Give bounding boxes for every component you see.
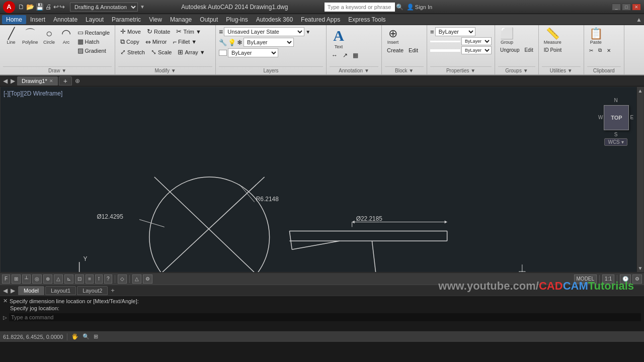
- menu-home[interactable]: Home: [2, 15, 26, 24]
- block-expand-icon[interactable]: ▼: [409, 68, 414, 73]
- ungroup-button[interactable]: Ungroup: [498, 47, 521, 53]
- menu-featured-apps[interactable]: Featured Apps: [297, 15, 344, 24]
- tab-close-drawing1[interactable]: ✕: [49, 78, 53, 83]
- draw-hatch-button[interactable]: ▦ Hatch: [75, 37, 112, 46]
- annotation-scale-button[interactable]: △: [132, 275, 141, 284]
- viewport-label[interactable]: [-][Top][2D Wireframe]: [4, 90, 62, 97]
- minimize-button[interactable]: _: [612, 4, 621, 11]
- paste-button[interactable]: 📋 Paste: [587, 27, 605, 46]
- menu-plugins[interactable]: Plug-ins: [222, 15, 252, 24]
- document-tab-new[interactable]: +: [59, 76, 72, 85]
- workspace-icon[interactable]: ⚙: [143, 275, 152, 284]
- search-input[interactable]: [325, 3, 395, 12]
- lineweight-select[interactable]: ByLayer: [461, 46, 492, 54]
- layer-panel-icon[interactable]: ≡: [219, 28, 223, 36]
- draw-line-button[interactable]: ╱ Line: [3, 27, 19, 46]
- layer-bylayer-select2[interactable]: ByLayer: [228, 48, 278, 57]
- workspace-dropdown[interactable]: Drafting & Annotation: [70, 3, 138, 12]
- viewcube-face[interactable]: TOP: [604, 105, 629, 130]
- draw-polyline-button[interactable]: ⌒ Polyline: [20, 27, 40, 46]
- tab-nav-left[interactable]: ◀: [3, 287, 8, 294]
- menu-output[interactable]: Output: [196, 15, 222, 24]
- menu-express-tools[interactable]: Express Tools: [344, 15, 389, 24]
- layer-props-icon[interactable]: 🔧: [219, 39, 227, 46]
- viewport[interactable]: [-][Top][2D Wireframe] Ø12.4295 R6.2148: [0, 86, 644, 273]
- menu-parametric[interactable]: Parametric: [108, 15, 145, 24]
- help-icon[interactable]: 👤: [407, 4, 414, 11]
- wcs-button[interactable]: WCS ▾: [604, 138, 627, 146]
- tspace-toggle[interactable]: ⊺: [95, 275, 103, 284]
- grid-toggle[interactable]: ⊞: [12, 275, 21, 284]
- annotation-leader-button[interactable]: ↗: [341, 51, 350, 59]
- layout-tab-model[interactable]: Model: [18, 286, 44, 295]
- annotation-dim-button[interactable]: ↔: [330, 51, 340, 59]
- osnap-toggle[interactable]: ⊕: [43, 275, 52, 284]
- tab-startdrawing-icon[interactable]: ⊕: [75, 77, 80, 84]
- layer-freeze-icon[interactable]: ❄: [237, 39, 243, 46]
- open-icon[interactable]: 📂: [26, 3, 34, 11]
- ortho-toggle[interactable]: ┴: [22, 275, 31, 284]
- modify-trim-button[interactable]: ✂ Trim ▼: [174, 27, 203, 36]
- layout-tab-layout1[interactable]: Layout1: [45, 286, 76, 295]
- modify-fillet-button[interactable]: ⌐ Fillet ▼: [171, 38, 199, 46]
- modify-expand-icon[interactable]: ▼: [171, 68, 176, 73]
- maximize-button[interactable]: □: [622, 4, 631, 11]
- redo-icon[interactable]: ↪: [59, 3, 65, 11]
- menu-view[interactable]: View: [145, 15, 166, 24]
- group-edit-button[interactable]: Edit: [522, 47, 535, 53]
- scroll-down-button[interactable]: ▼: [638, 265, 643, 271]
- menu-layout[interactable]: Layout: [82, 15, 108, 24]
- document-tab-drawing1[interactable]: Drawing1* ✕: [17, 76, 58, 85]
- ribbon-toggle-icon[interactable]: ▲: [636, 16, 642, 23]
- draw-circle-button[interactable]: ○ Circle: [41, 27, 57, 46]
- viewports-icon[interactable]: ⊞: [94, 333, 98, 340]
- color-bylayer-select[interactable]: ByLayer: [435, 27, 475, 36]
- menu-autodesk360[interactable]: Autodesk 360: [252, 15, 297, 24]
- close-button[interactable]: ✕: [632, 4, 641, 11]
- modify-scale-button[interactable]: ⤡ Scale: [149, 48, 174, 56]
- tab-nav-next[interactable]: ▶: [10, 76, 16, 85]
- draw-rectangle-button[interactable]: ▭ Rectangle: [75, 28, 112, 37]
- modify-array-button[interactable]: ⊞ Array ▼: [176, 48, 207, 56]
- dropdown-arrow-icon[interactable]: ▼: [140, 4, 145, 10]
- pan-icon[interactable]: 🖐: [71, 333, 78, 340]
- tab-nav-right[interactable]: ▶: [11, 287, 15, 294]
- groups-expand-icon[interactable]: ▼: [523, 68, 528, 73]
- measure-button[interactable]: 📏 Measure: [542, 27, 564, 46]
- scroll-up-button[interactable]: ▲: [638, 88, 643, 94]
- menu-manage[interactable]: Manage: [166, 15, 196, 24]
- new-icon[interactable]: 🗋: [18, 3, 25, 11]
- tab-nav-prev[interactable]: ◀: [2, 76, 9, 85]
- menu-annotate[interactable]: Annotate: [49, 15, 82, 24]
- command-input[interactable]: [9, 313, 641, 321]
- lweight-toggle[interactable]: ≡: [86, 275, 94, 284]
- block-edit-button[interactable]: Edit: [407, 47, 420, 54]
- zoom-icon[interactable]: 🔍: [83, 333, 90, 340]
- draw-gradient-button[interactable]: ▨ Gradient: [75, 46, 112, 55]
- modify-rotate-button[interactable]: ↻ Rotate: [145, 27, 172, 36]
- print-icon[interactable]: 🖨: [45, 3, 52, 11]
- menu-insert[interactable]: Insert: [26, 15, 49, 24]
- match-props-icon[interactable]: ≡: [430, 28, 434, 36]
- layer-on-icon[interactable]: 💡: [228, 39, 236, 46]
- annotation-table-button[interactable]: ▦: [351, 51, 360, 59]
- layout-tab-layout2[interactable]: Layout2: [77, 286, 108, 295]
- signin-label[interactable]: Sign In: [415, 4, 432, 10]
- draw-expand-icon[interactable]: ▼: [61, 68, 66, 73]
- isodraft-button[interactable]: ◇: [118, 275, 127, 284]
- polar-toggle[interactable]: ◎: [32, 275, 42, 284]
- otrack-toggle[interactable]: △: [54, 275, 63, 284]
- layer-state-select[interactable]: Unsaved Layer State: [224, 27, 304, 36]
- block-insert-button[interactable]: ⊕ Insert: [385, 27, 401, 46]
- layer-bylayer-select1[interactable]: ByLayer: [244, 38, 294, 47]
- utilities-expand-icon[interactable]: ▼: [568, 68, 573, 73]
- clipboard-copy-button[interactable]: ⧉: [596, 47, 604, 54]
- search-icon[interactable]: 🔍: [396, 4, 404, 11]
- vertical-scrollbar[interactable]: ▲ ▼: [636, 87, 643, 272]
- group-button[interactable]: ⬜ Group: [498, 27, 516, 46]
- cut-button[interactable]: ✂: [587, 47, 595, 54]
- draw-arc-button[interactable]: ◠ Arc: [58, 27, 74, 46]
- properties-expand-icon[interactable]: ▼: [470, 68, 475, 73]
- utilities-more-button[interactable]: ID Point: [542, 47, 564, 53]
- linetype-select[interactable]: ByLayer: [461, 37, 492, 45]
